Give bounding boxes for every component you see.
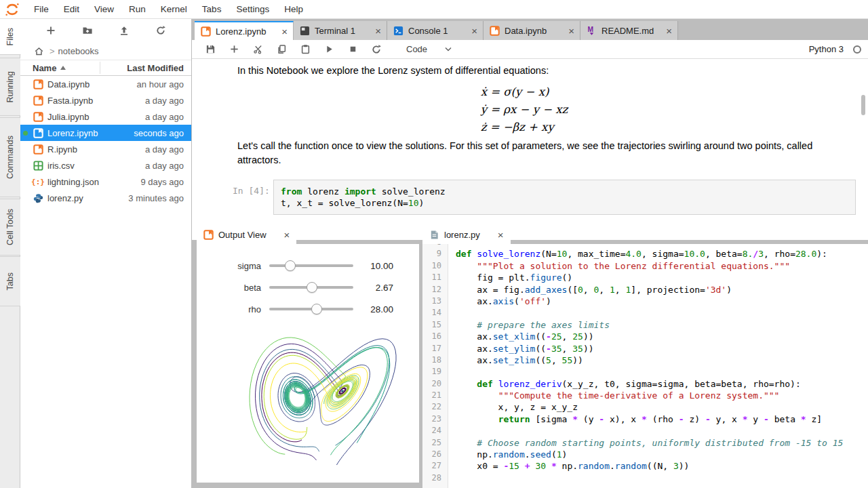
new-launcher-icon[interactable]	[43, 23, 58, 38]
cell-editor[interactable]: from lorenz import solve_lorenzt, x_t = …	[273, 180, 856, 215]
file-row-lorenz.ipynb[interactable]: Lorenz.ipynbseconds ago	[20, 125, 191, 141]
code-line-13: 13 ax.axis('off')	[422, 296, 868, 307]
refresh-button[interactable]	[368, 42, 385, 57]
file-row-lorenz.py[interactable]: lorenz.py3 minutes ago	[20, 190, 191, 206]
new-folder-icon[interactable]	[80, 23, 95, 38]
notebook-scrollbar-thumb[interactable]	[861, 95, 865, 115]
file-row-data.ipynb[interactable]: Data.ipynban hour ago	[20, 76, 191, 92]
tab-terminal-1[interactable]: Terminal 1×	[294, 21, 387, 40]
slider-handle-sigma[interactable]	[285, 260, 296, 271]
breadcrumb-separator: >	[50, 46, 55, 56]
menu-items: FileEditViewRunKernelTabsSettingsHelp	[26, 0, 311, 18]
code-line-18: 18 ax.set_zlim((5, 55))	[422, 354, 868, 366]
copy-button[interactable]	[273, 42, 290, 57]
slider-handle-rho[interactable]	[311, 304, 322, 314]
math-equations: ẋ = σ(y − x) ẏ = ρx − y − xz ż = −βz …	[192, 83, 856, 136]
slider-track-sigma[interactable]	[269, 260, 353, 271]
dock-panel: Lorenz.ipynb×Terminal 1×Console 1×Data.i…	[192, 19, 868, 488]
home-icon[interactable]	[31, 43, 46, 58]
line-number: 15	[422, 319, 448, 331]
notebook-toolbar: Code Python 3	[192, 40, 868, 59]
slider-handle-beta[interactable]	[307, 282, 317, 293]
sidebar-tab-files[interactable]: Files	[0, 19, 21, 55]
line-number: 22	[422, 401, 448, 413]
line-number: 13	[422, 296, 448, 307]
file-name: Lorenz.ipynb	[47, 128, 98, 138]
code-line-12: 12 ax = fig.add_axes([0, 0, 1, 1], proje…	[422, 284, 868, 296]
file-row-r.ipynb[interactable]: R.ipynba day ago	[20, 141, 191, 157]
code-editor[interactable]: 89def solve_lorenz(N=10, max_time=4.0, s…	[422, 244, 868, 488]
markdown-paragraph: In this Notebook we explore the Lorenz s…	[237, 64, 549, 78]
sidebar-tab-tabs[interactable]: Tabs	[0, 256, 20, 306]
upload-icon[interactable]	[117, 23, 132, 38]
tab-readme-md[interactable]: MREADME.md×	[580, 21, 678, 40]
add-button[interactable]	[225, 42, 243, 57]
menu-edit[interactable]: Edit	[56, 0, 87, 18]
refresh-icon[interactable]	[153, 23, 168, 38]
notebook-icon	[33, 79, 43, 89]
tab-console-1[interactable]: Console 1×	[387, 21, 484, 40]
sidebar-tab-label: Files	[5, 28, 15, 45]
notebook-icon	[33, 127, 43, 138]
close-icon[interactable]: ×	[498, 229, 504, 241]
cell-type-dropdown[interactable]: Code	[406, 44, 452, 54]
menu-kernel[interactable]: Kernel	[153, 0, 195, 18]
line-number: 18	[422, 354, 448, 366]
file-row-iris.csv[interactable]: iris.csva day ago	[20, 157, 191, 174]
paste-button[interactable]	[296, 42, 314, 57]
menu-view[interactable]: View	[87, 0, 121, 18]
slider-track-beta[interactable]	[269, 282, 353, 293]
column-divider	[100, 62, 100, 74]
kernel-status-icon	[853, 45, 861, 54]
slider-row-beta: beta2.67	[197, 277, 419, 298]
file-row-lightning.json[interactable]: {:}lightning.json9 days ago	[20, 174, 191, 190]
close-icon[interactable]: ×	[559, 26, 574, 36]
tab-output-view[interactable]: Output View ×	[197, 225, 296, 244]
tab-label: lorenz.py	[444, 230, 480, 240]
svg-text:M: M	[587, 26, 593, 33]
column-last-modified[interactable]: Last Modified	[127, 63, 184, 73]
breadcrumb-folder[interactable]: notebooks	[58, 46, 99, 56]
sidebar-tab-commands[interactable]: Commands	[0, 117, 20, 197]
file-row-fasta.ipynb[interactable]: Fasta.ipynba day ago	[20, 92, 191, 108]
line-number: 26	[422, 449, 448, 460]
save-button[interactable]	[201, 42, 219, 57]
menu-file[interactable]: File	[26, 0, 56, 18]
sidebar-tab-label: Cell Tools	[5, 209, 15, 245]
menu-help[interactable]: Help	[277, 0, 311, 18]
sidebar-tab-running[interactable]: Running	[0, 58, 20, 116]
tab-label: Data.ipynb	[505, 26, 547, 36]
menu-tabs[interactable]: Tabs	[195, 0, 229, 18]
tab-lorenz-ipynb[interactable]: Lorenz.ipynb×	[195, 21, 294, 40]
tab-data-ipynb[interactable]: Data.ipynb×	[484, 21, 580, 40]
sidebar-tab-cell-tools[interactable]: Cell Tools	[0, 199, 20, 256]
close-icon[interactable]: ×	[272, 26, 288, 37]
slider-track-rho[interactable]	[269, 304, 353, 314]
column-name[interactable]: Name	[20, 63, 66, 73]
cut-button[interactable]	[249, 42, 267, 57]
breadcrumb: > notebooks	[20, 42, 191, 60]
menu-settings[interactable]: Settings	[229, 0, 277, 18]
tab-label: Terminal 1	[315, 26, 355, 36]
stop-button[interactable]	[344, 42, 361, 57]
line-number: 24	[422, 425, 448, 436]
line-number: 9	[422, 248, 448, 260]
line-number: 20	[422, 378, 448, 390]
code-line-20: 20 def lorenz_deriv(x_y_z, t0, sigma=sig…	[422, 378, 868, 390]
file-row-julia.ipynb[interactable]: Julia.ipynba day ago	[20, 108, 191, 125]
notebook-document[interactable]: In this Notebook we explore the Lorenz s…	[192, 59, 868, 240]
close-icon[interactable]: ×	[284, 229, 290, 241]
kernel-name[interactable]: Python 3	[809, 44, 844, 54]
run-button[interactable]	[320, 42, 338, 57]
close-icon[interactable]: ×	[656, 26, 672, 36]
close-icon[interactable]: ×	[366, 26, 381, 36]
menu-run[interactable]: Run	[121, 0, 153, 18]
left-activity-bar: FilesRunningCommandsCell ToolsTabs	[0, 19, 20, 488]
close-icon[interactable]: ×	[462, 26, 477, 36]
tab-lorenz-py[interactable]: lorenz.py ×	[422, 225, 511, 244]
line-number: 28	[422, 472, 448, 484]
code-line-15: 15 # prepare the axes limits	[422, 319, 868, 331]
line-number: 11	[422, 272, 448, 283]
file-modified: seconds ago	[134, 128, 184, 138]
code-line-26: 26 np.random.seed(1)	[422, 449, 868, 460]
